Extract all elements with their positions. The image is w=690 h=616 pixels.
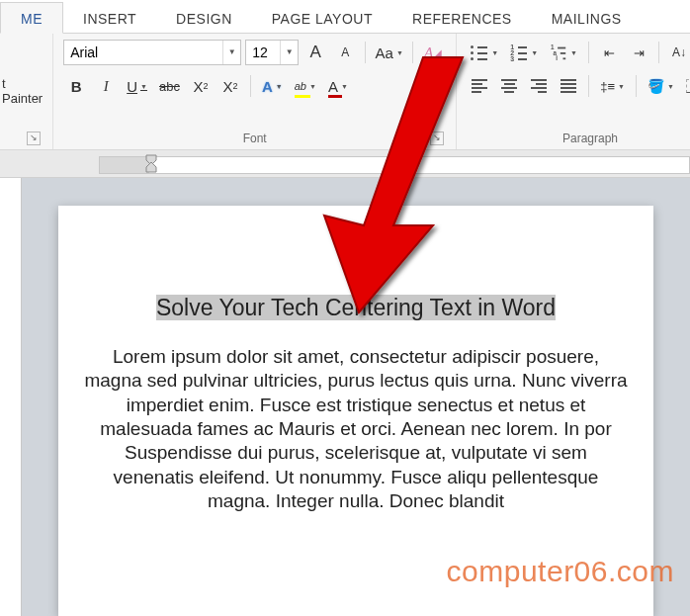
- format-painter-label: t Painter: [2, 76, 43, 106]
- separator: [365, 42, 366, 63]
- ruler-area: [0, 150, 690, 178]
- font-name-dropdown-icon[interactable]: ▼: [222, 41, 240, 64]
- font-size-input[interactable]: [246, 41, 280, 64]
- tab-references[interactable]: REFERENCES: [392, 3, 532, 33]
- sort-button[interactable]: A↓: [666, 40, 690, 65]
- align-left-icon: [472, 79, 487, 93]
- document-page[interactable]: Solve Your Tech Centering Text in Word L…: [58, 206, 653, 616]
- align-justify-button[interactable]: [556, 73, 581, 99]
- chevron-down-icon: ▼: [531, 49, 538, 56]
- change-case-button[interactable]: Aa ▼: [373, 40, 405, 65]
- highlight-button[interactable]: ab ▼: [291, 73, 320, 99]
- document-title[interactable]: Solve Your Tech Centering Text in Word: [82, 295, 630, 321]
- highlight-color-swatch: [295, 95, 310, 98]
- subscript-button[interactable]: X2: [188, 73, 214, 99]
- vertical-ruler[interactable]: [0, 178, 22, 616]
- chevron-down-icon: ▼: [309, 83, 316, 90]
- underline-label: U: [127, 78, 137, 95]
- eraser-icon: ◢: [434, 47, 442, 58]
- selected-title-text: Solve Your Tech Centering Text in Word: [156, 295, 556, 320]
- indent-marker[interactable]: [144, 152, 158, 174]
- group-font-label: Font ↘: [63, 129, 446, 147]
- italic-button[interactable]: I: [93, 73, 119, 99]
- chevron-down-icon: ▼: [570, 49, 577, 56]
- separator: [588, 75, 589, 97]
- chevron-down-icon: ▼: [667, 83, 674, 90]
- indent-icon: ⇥: [634, 45, 645, 60]
- group-paragraph-label: Paragraph: [467, 129, 690, 147]
- group-font: ▼ ▼ A A Aa ▼ A ◢ B: [53, 34, 457, 149]
- grow-font-button[interactable]: A: [302, 40, 328, 65]
- horizontal-ruler[interactable]: [99, 156, 690, 174]
- separator: [412, 42, 413, 63]
- separator: [636, 75, 637, 97]
- font-color-label: A: [328, 78, 338, 95]
- bullets-icon: [471, 45, 488, 59]
- chevron-down-icon: ▼: [276, 83, 283, 90]
- font-size-dropdown-icon[interactable]: ▼: [280, 41, 298, 64]
- paint-bucket-icon: 🪣: [647, 78, 664, 94]
- change-case-label: Aa: [376, 44, 393, 61]
- ruler-margin: [100, 157, 149, 173]
- format-painter-button[interactable]: t Painter: [0, 40, 43, 142]
- align-justify-icon: [561, 79, 576, 93]
- group-paragraph: ▼ 123 ▼ 1ai ▼ ⇤: [457, 34, 690, 149]
- align-right-icon: [531, 79, 547, 93]
- group-clipboard-label: ↘: [0, 142, 43, 147]
- chevron-down-icon: ▼: [491, 49, 498, 56]
- separator: [250, 75, 251, 97]
- font-dialog-launcher[interactable]: ↘: [430, 132, 444, 145]
- align-left-button[interactable]: [467, 73, 492, 99]
- ribbon-tab-strip: ME INSERT DESIGN PAGE LAYOUT REFERENCES …: [0, 0, 690, 34]
- line-spacing-button[interactable]: ‡≡ ▼: [596, 73, 629, 99]
- clear-formatting-button[interactable]: A ◢: [420, 40, 446, 65]
- separator: [588, 42, 589, 63]
- tab-page-layout[interactable]: PAGE LAYOUT: [252, 3, 392, 33]
- clipboard-dialog-launcher[interactable]: ↘: [27, 132, 41, 145]
- text-effects-label: A: [262, 78, 273, 95]
- outdent-icon: ⇤: [604, 45, 615, 60]
- tab-insert[interactable]: INSERT: [63, 3, 156, 33]
- align-right-button[interactable]: [526, 73, 552, 99]
- subscript-label: X: [193, 78, 203, 95]
- font-name-combo[interactable]: ▼: [63, 40, 241, 65]
- ribbon: t Painter ↘ ▼ ▼ A A Aa: [0, 34, 690, 150]
- chevron-down-icon: ▼: [140, 83, 147, 90]
- font-color-swatch: [328, 95, 342, 98]
- line-spacing-icon: ‡≡: [600, 79, 615, 94]
- underline-button[interactable]: U ▼: [123, 73, 151, 99]
- separator: [658, 42, 659, 63]
- decrease-indent-button[interactable]: ⇤: [596, 40, 622, 65]
- chevron-down-icon: ▼: [341, 83, 348, 90]
- font-size-combo[interactable]: ▼: [245, 40, 299, 65]
- borders-button[interactable]: ▼: [682, 73, 690, 99]
- document-body-text[interactable]: Lorem ipsum dolor sit amet, consectetur …: [82, 345, 630, 513]
- align-center-button[interactable]: [496, 73, 522, 99]
- multilevel-icon: 1ai: [551, 46, 566, 59]
- font-group-text: Font: [243, 132, 267, 145]
- multilevel-list-button[interactable]: 1ai ▼: [546, 40, 581, 65]
- superscript-button[interactable]: X2: [217, 73, 243, 99]
- shrink-font-button[interactable]: A: [332, 40, 358, 65]
- text-effects-button[interactable]: A ▼: [258, 73, 287, 99]
- superscript-label: X: [222, 78, 232, 95]
- svg-marker-1: [146, 162, 156, 172]
- bold-button[interactable]: B: [63, 73, 89, 99]
- align-center-icon: [501, 79, 517, 93]
- document-canvas: Solve Your Tech Centering Text in Word L…: [0, 178, 690, 616]
- chevron-down-icon: ▼: [396, 49, 403, 56]
- paragraph-group-text: Paragraph: [562, 132, 618, 145]
- tab-mailings[interactable]: MAILINGS: [532, 3, 642, 33]
- tab-home[interactable]: ME: [0, 2, 63, 34]
- numbering-button[interactable]: 123 ▼: [506, 40, 542, 65]
- strikethrough-button[interactable]: abc: [155, 73, 184, 99]
- bullets-button[interactable]: ▼: [467, 40, 502, 65]
- tab-design[interactable]: DESIGN: [156, 3, 252, 33]
- shading-button[interactable]: 🪣 ▼: [644, 73, 678, 99]
- font-color-button[interactable]: A ▼: [324, 73, 352, 99]
- increase-indent-button[interactable]: ⇥: [626, 40, 651, 65]
- highlight-label: ab: [295, 80, 306, 92]
- chevron-down-icon: ▼: [618, 83, 625, 90]
- font-name-input[interactable]: [64, 41, 222, 64]
- group-clipboard: t Painter ↘: [0, 34, 53, 149]
